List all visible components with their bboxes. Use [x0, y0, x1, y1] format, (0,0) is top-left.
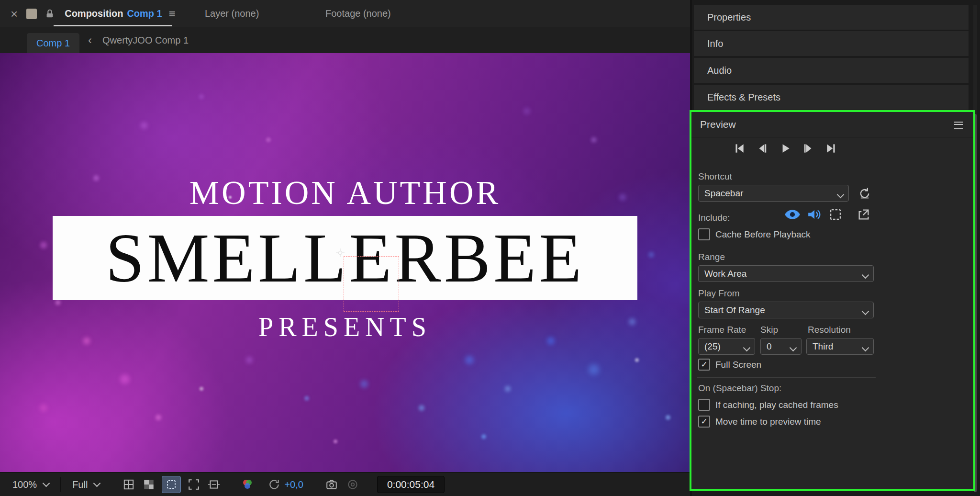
include-toggles	[784, 208, 871, 221]
after-effects-window: × Composition Comp 1 ≡ Layer (none) Foot…	[0, 0, 980, 496]
reset-exposure-icon[interactable]	[267, 477, 281, 492]
include-label: Include:	[698, 213, 730, 223]
tab-composition-label[interactable]: Composition	[65, 8, 123, 19]
shortcut-select[interactable]: Spacebar	[698, 185, 849, 202]
timecode-field[interactable]: 0:00:05:04	[377, 476, 445, 493]
previous-frame-button[interactable]	[756, 142, 769, 155]
play-button[interactable]	[779, 142, 792, 155]
breadcrumb-back-icon[interactable]: ‹	[88, 34, 92, 47]
pixel-aspect-icon[interactable]	[207, 477, 221, 492]
frame-rate-select[interactable]: (25)	[698, 338, 755, 355]
checkbox-box	[698, 228, 710, 240]
timecode-value: 0:00:05:04	[387, 479, 434, 490]
if-caching-checkbox[interactable]: If caching, play cached frames	[698, 399, 838, 411]
checkbox-label: Move time to preview time	[715, 417, 821, 427]
resolution-select[interactable]: Full	[72, 479, 100, 490]
composition-viewport[interactable]: MOTION AUTHOR SMELLERBEE PRESENTS	[0, 53, 690, 472]
tab-layer[interactable]: Layer (none)	[205, 0, 259, 27]
panel-properties-label: Properties	[707, 12, 751, 23]
channels-icon[interactable]	[240, 477, 255, 492]
range-value: Work Area	[704, 269, 746, 279]
panel-effects-presets[interactable]: Effects & Presets	[694, 85, 969, 110]
go-to-start-button[interactable]	[733, 142, 746, 155]
panel-menu-icon[interactable]: ≡	[169, 7, 176, 21]
panel-menu-icon[interactable]	[954, 122, 963, 129]
show-snapshot-icon[interactable]	[345, 477, 360, 492]
title-line-bottom: PRESENTS	[0, 312, 690, 342]
play-from-value: Start Of Range	[704, 305, 765, 316]
reset-shortcut-icon[interactable]	[858, 186, 871, 200]
video-eye-icon[interactable]	[784, 209, 801, 220]
preview-resolution-select[interactable]: Third	[806, 338, 874, 355]
comp-navigator-bar: Comp 1 ‹ QwertyJOO Comp 1	[0, 27, 690, 54]
comp-mini-tab[interactable]: Comp 1	[27, 33, 79, 53]
lock-icon[interactable]	[45, 9, 55, 19]
checkbox-label: If caching, play cached frames	[715, 400, 838, 410]
cache-before-playback-checkbox[interactable]: Cache Before Playback	[698, 228, 811, 240]
breadcrumb-parent-comp[interactable]: QwertyJOO Comp 1	[102, 35, 189, 46]
play-from-label: Play From	[698, 288, 740, 299]
exposure-value[interactable]: +0,0	[284, 479, 303, 490]
tab-layer-label: Layer (none)	[205, 8, 259, 19]
grid-guides-icon[interactable]	[122, 477, 136, 492]
mask-visibility-icon[interactable]	[162, 476, 181, 493]
chevron-down-icon	[837, 191, 845, 199]
selection-inner-guide	[373, 257, 373, 311]
composition-tab-bar: × Composition Comp 1 ≡ Layer (none) Foot…	[0, 0, 690, 27]
transparency-grid-icon[interactable]	[142, 477, 156, 492]
zoom-select[interactable]: 100%	[12, 479, 49, 490]
zoom-value: 100%	[12, 479, 37, 490]
range-select[interactable]: Work Area	[698, 265, 874, 282]
shortcut-value: Spacebar	[704, 188, 743, 199]
go-to-end-button[interactable]	[824, 142, 838, 155]
preview-resolution-value: Third	[813, 341, 833, 352]
panel-properties[interactable]: Properties	[694, 5, 969, 30]
skip-value: 0	[767, 341, 772, 352]
section-divider	[697, 377, 876, 378]
frame-rate-label: Frame Rate	[698, 325, 746, 335]
checkbox-box	[698, 399, 710, 411]
panel-info-label: Info	[707, 38, 723, 49]
close-panel-icon[interactable]: ×	[11, 8, 18, 20]
panel-effects-presets-label: Effects & Presets	[707, 92, 780, 103]
preview-panel-title: Preview	[700, 119, 736, 130]
region-of-interest-icon[interactable]	[187, 477, 201, 492]
chevron-down-icon	[862, 271, 869, 279]
tab-footage[interactable]: Footage (none)	[325, 0, 391, 27]
chevron-down-icon	[862, 308, 869, 316]
panel-color-icon	[26, 9, 37, 19]
skip-select[interactable]: 0	[760, 338, 802, 355]
play-from-select[interactable]: Start Of Range	[698, 302, 874, 318]
bokeh-particles	[0, 53, 1, 54]
anchor-point-icon[interactable]	[336, 248, 345, 257]
checkbox-box: ✓	[698, 359, 710, 371]
layer-selection-box[interactable]	[344, 256, 399, 312]
full-screen-checkbox[interactable]: ✓ Full Screen	[698, 359, 761, 371]
panel-info[interactable]: Info	[694, 31, 969, 56]
skip-label: Skip	[760, 325, 778, 335]
panel-audio[interactable]: Audio	[694, 58, 969, 83]
checkbox-box: ✓	[698, 416, 710, 428]
panel-audio-label: Audio	[707, 65, 732, 76]
chevron-down-icon	[862, 344, 869, 352]
overlays-layer-controls-icon[interactable]	[828, 208, 843, 221]
chevron-down-icon	[93, 480, 101, 487]
audio-speaker-icon[interactable]	[807, 208, 822, 221]
shortcut-label: Shortcut	[698, 171, 732, 182]
preview-panel: Preview Shortcut Spacebar	[690, 110, 975, 491]
chevron-down-icon	[43, 480, 50, 487]
chevron-down-icon	[743, 344, 751, 352]
render-queue-icon[interactable]	[857, 208, 871, 221]
tab-composition-comp-name[interactable]: Comp 1	[127, 8, 162, 19]
snapshot-icon[interactable]	[324, 477, 339, 492]
next-frame-button[interactable]	[802, 142, 815, 155]
title-line-top: MOTION AUTHOR	[0, 174, 690, 212]
move-time-checkbox[interactable]: ✓ Move time to preview time	[698, 416, 821, 428]
checkbox-label: Cache Before Playback	[715, 229, 811, 240]
preview-panel-header[interactable]: Preview	[691, 112, 973, 137]
comp-mini-tab-label: Comp 1	[36, 38, 70, 49]
chevron-down-icon	[790, 344, 797, 352]
range-label: Range	[698, 252, 725, 262]
viewer-toolbar: 100% Full +0,0	[0, 472, 690, 496]
resolution-label: Resolution	[808, 325, 851, 335]
